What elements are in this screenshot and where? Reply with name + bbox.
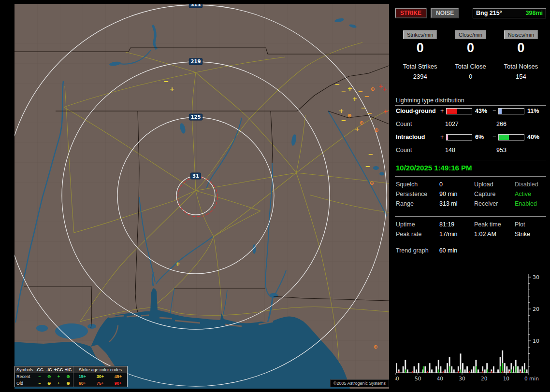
- x-tick-label: 20: [481, 376, 487, 381]
- rate-chip: Close/min: [455, 30, 486, 39]
- intracloud-count-row: Count148953: [395, 147, 546, 154]
- strike-bar: [403, 366, 404, 373]
- y-tick-label: 10: [533, 338, 539, 344]
- plus-sign: +: [440, 134, 446, 140]
- map-legend: Symbols-CG-IC+CG+ICRecent−⊖+⊕Old−⊖+⊕ Str…: [14, 366, 128, 387]
- lake-pontchartrain: [55, 323, 88, 339]
- close-bar: [516, 366, 517, 373]
- rate-value: 0: [395, 41, 445, 56]
- stat-cell: 1:02 AM: [474, 231, 515, 238]
- rate-chips-row: Strikes/minClose/minNoises/min: [395, 30, 546, 39]
- age-code: 45+: [109, 375, 127, 379]
- strike-symbol: −: [361, 104, 366, 112]
- lake-borgne: [87, 324, 96, 329]
- distribution-bar: [446, 134, 472, 140]
- noise-mark: [509, 371, 510, 373]
- strike-symbol: −: [358, 88, 363, 95]
- count-label: Count: [396, 121, 445, 127]
- strike-bar: [493, 366, 494, 373]
- legend-symbol: ⊖: [44, 381, 54, 386]
- strike-symbol: ⊕: [370, 86, 375, 92]
- stat-cell: 17/min: [439, 231, 474, 238]
- y-tick-label: 20: [533, 306, 539, 312]
- sc-lake-2: [379, 172, 384, 176]
- legend-symbols-table: Symbols-CG-IC+CG+ICRecent−⊖+⊕Old−⊖+⊕: [15, 366, 73, 387]
- strike-symbol: ⊖: [369, 180, 374, 186]
- noise-mode-button[interactable]: NOISE: [431, 8, 459, 18]
- close-bar: [405, 369, 406, 373]
- legend-symbol: +: [54, 375, 64, 379]
- legend-age-row: 60+75+90+: [73, 380, 127, 387]
- strike-bar: [517, 366, 519, 373]
- legend-header-row: Symbols-CG-IC+CG+IC: [15, 366, 73, 373]
- rate-chip: Strikes/min: [403, 30, 437, 39]
- y-tick-label: 30: [533, 274, 539, 280]
- legend-symbol: −: [35, 381, 44, 386]
- mode-buttons-row: STRIKE NOISE Bng 215° 398mi: [395, 8, 546, 18]
- age-code: 30+: [91, 375, 109, 379]
- distribution-bar: [498, 134, 524, 140]
- bearing-distance: 398mi: [526, 10, 543, 16]
- minus-sign: −: [492, 134, 498, 140]
- cloud-ground-count-row: Count1027266: [395, 121, 546, 127]
- trend-graph-header: Trend graph 60 min: [395, 247, 546, 254]
- strike-bar: [526, 369, 527, 373]
- lake-seminole: [269, 293, 278, 298]
- strike-symbol: +: [383, 108, 389, 115]
- sc-lake-1: [373, 166, 379, 170]
- positive-percent: 6%: [473, 134, 492, 140]
- positive-count: 148: [445, 147, 496, 154]
- noise-mark: [520, 371, 521, 373]
- status-cell: 0: [439, 181, 474, 188]
- strike-mode-button[interactable]: STRIKE: [395, 8, 427, 18]
- strike-symbol: ⊕: [359, 120, 363, 126]
- cloud-ground-row: Cloud-ground+43%−11%: [395, 108, 546, 114]
- legend-row-label: Recent: [16, 375, 35, 379]
- status-cell: Disabled: [515, 181, 546, 188]
- strike-bar: [466, 366, 468, 373]
- copyright-notice: ©2005 Astrogenic Systems: [330, 379, 389, 387]
- legend-symbol: −: [35, 375, 44, 379]
- distribution-name: Cloud-ground: [396, 108, 440, 114]
- negative-percent: 40%: [525, 134, 546, 140]
- x-tick-label: 10: [503, 376, 509, 381]
- divider: [395, 216, 546, 217]
- legend-symbol: +: [54, 381, 64, 386]
- negative-percent: 11%: [525, 108, 546, 114]
- strike-symbol: +: [382, 85, 388, 93]
- close-bar: [476, 366, 477, 373]
- status-cell: Upload: [474, 181, 515, 188]
- minus-sign: −: [492, 108, 498, 114]
- divider: [395, 160, 546, 160]
- status-cell: Persistence: [396, 191, 439, 197]
- lightning-map-viewport[interactable]: 31321912531 +−−−+−+−⊕++−+⊕−⊕−+⊕+−−⊖+⊕ Sy…: [14, 4, 389, 389]
- x-tick-label: 30: [459, 376, 465, 381]
- strike-bar: [429, 363, 431, 373]
- trend-graph: 1020306050403020100 min: [395, 257, 546, 388]
- strike-bar: [453, 369, 455, 373]
- close-bar: [524, 369, 525, 373]
- strike-symbol: −: [367, 110, 373, 117]
- strike-bar: [431, 369, 433, 373]
- range-ring-label: 313: [191, 4, 201, 7]
- total-labels-row: Total StrikesTotal CloseTotal Noises: [395, 63, 546, 70]
- datetime-display: 10/20/2025 1:49:16 PM: [395, 164, 546, 172]
- total-label: Total Noises: [496, 63, 546, 70]
- status-cell: Receiver: [474, 200, 515, 207]
- strike-bar: [462, 363, 463, 373]
- legend-row: Old−⊖+⊕: [15, 380, 73, 387]
- lake-maurepas: [36, 325, 48, 332]
- total-value: 0: [445, 73, 495, 80]
- x-tick-label: 60: [395, 376, 399, 381]
- strike-bar: [444, 369, 446, 373]
- close-bar: [487, 369, 488, 373]
- legend-column-header: -CG: [35, 368, 44, 372]
- strike-bar: [414, 366, 415, 373]
- strike-bar: [471, 369, 472, 373]
- strike-bar: [435, 366, 437, 373]
- positive-percent: 43%: [473, 108, 492, 114]
- strike-symbol: −: [164, 78, 169, 85]
- noise-mark: [482, 371, 483, 373]
- x-tick-label: 40: [437, 376, 443, 381]
- total-values-row: 23940154: [395, 73, 546, 80]
